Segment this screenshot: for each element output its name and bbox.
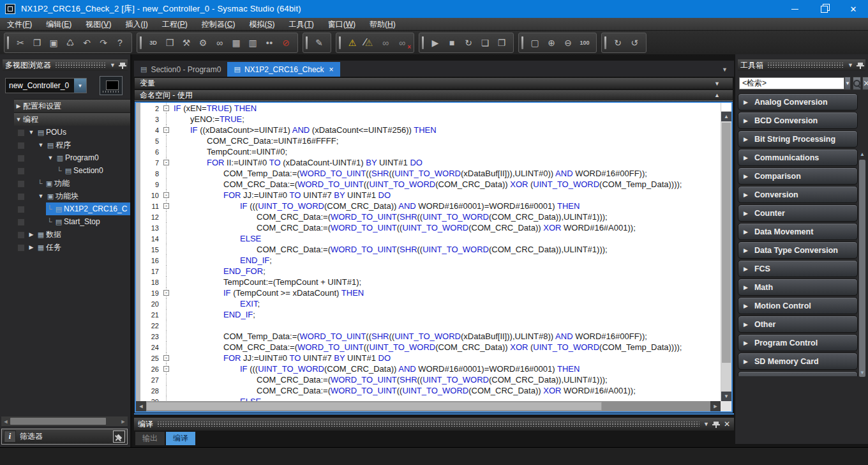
scroll-up-icon[interactable]: ▲ [858,150,866,158]
scrollbar-thumb[interactable] [722,123,731,363]
controller-select[interactable]: new_Controller_0 ▼ [5,78,87,93]
scroll-left-icon[interactable]: ◄ [136,401,146,411]
watch-remove-icon[interactable]: ∞× [394,35,410,50]
bottom-tab-build[interactable]: 编译 [166,432,195,445]
tree-item-programs[interactable]: ▼▤程序 [0,139,130,151]
tree-item-start-stop[interactable]: └▤Start_Stop [0,215,130,228]
code-line[interactable]: 17END_FOR; [140,266,721,277]
undo-icon[interactable]: ↶ [79,35,95,50]
toolbox-category-bit-string-processing[interactable]: ▶Bit String Processing [738,130,858,148]
monitor-window-icon[interactable]: ❏ [477,35,493,50]
paste-icon[interactable]: ▣ [45,35,62,50]
menu-item-edit[interactable]: 编辑(E) [39,18,79,31]
explorer-collapse-icon[interactable]: ▼ [110,62,116,68]
code-line[interactable]: 16END_IF; [140,255,721,266]
search-binoculars-icon[interactable]: ●● [261,35,278,50]
watch-table-icon[interactable]: ▦ [228,35,244,50]
restart-run-icon[interactable]: ↻ [610,35,626,50]
scroll-left-icon[interactable]: ◄ [1,418,10,425]
restore-button[interactable] [809,0,839,18]
delete-icon[interactable]: ♺ [62,35,79,50]
code-line[interactable]: 28COM_CRC_Data:=(WORD_TO_UINT((UINT_TO_W… [140,385,721,396]
code-line[interactable]: 13COM_CRC_Data:=(WORD_TO_UINT((UINT_TO_W… [140,222,721,233]
tree-item-pous[interactable]: ▼▤POUs [0,126,130,139]
expand-arrow-icon[interactable]: ▼ [46,155,55,161]
menu-item-simulation[interactable]: 模拟(S) [242,18,281,31]
expand-arrow-icon[interactable]: ▼ [14,116,23,123]
zoom-fit-icon[interactable]: ▢ [527,35,543,50]
tree-item-tasks[interactable]: ▶▦任务 [0,241,130,254]
code-line[interactable]: 10-FOR JJ:=UINT#0 TO UINT#7 BY UINT#1 DO [140,190,721,201]
monitor-window-2-icon[interactable]: ❐ [493,35,510,50]
st-edit-tool-icon[interactable]: ✎ [311,35,327,50]
toolbox-category-data-movement[interactable]: ▶Data Movement [738,223,858,240]
toolbox-category-communications[interactable]: ▶Communications [738,149,858,166]
expand-arrow-icon[interactable]: ▼ [36,193,45,199]
synchronize-icon[interactable]: ↻ [460,35,477,50]
toolbox-category-math[interactable]: ▶Math [738,278,858,296]
explorer-pin-icon[interactable] [120,63,125,65]
expand-arrow-icon[interactable]: ▶ [27,244,36,250]
namespace-bar[interactable]: 命名空间 - 使用 ▲ [135,89,733,101]
code-line[interactable]: 29ELSE [140,396,721,401]
toolbox-category-bcd-conversion[interactable]: ▶BCD Conversion [738,112,858,129]
scroll-right-icon[interactable]: ► [119,418,128,425]
build-check-off-icon[interactable]: ⚠ [361,35,377,50]
code-line[interactable]: 14ELSE [140,233,721,244]
zoom-in-icon[interactable]: ⊕ [543,35,560,50]
expand-arrow-icon[interactable]: ▶ [14,103,23,109]
search-clear-button[interactable]: ✕ [862,77,868,90]
scroll-up-icon[interactable]: ▲ [721,112,731,121]
build-close-icon[interactable]: ✕ [724,420,730,429]
toolbox-category-fcs[interactable]: ▶FCS [738,260,858,277]
toolbox-category-sd-memory-card[interactable]: ▶SD Memory Card [738,353,858,370]
scrollbar-thumb[interactable] [146,402,602,411]
tab-close-icon[interactable]: × [329,65,334,74]
code-line[interactable]: 11-IF (((UINT_TO_WORD(COM_CRC_Data)) AND… [140,201,721,211]
code-line[interactable]: 22 [140,320,721,331]
menu-item-window[interactable]: 窗口(W) [321,18,363,31]
tree-item-data[interactable]: ▶▦数据 [0,228,130,241]
expand-up-icon[interactable]: ▲ [714,92,720,98]
minimize-button[interactable] [780,0,809,18]
toolbox-category-selection[interactable]: ▶Selection [738,371,858,376]
search-button[interactable] [853,77,861,90]
controller-dropdown-icon[interactable]: ▼ [74,79,86,93]
cut-icon[interactable]: ✂ [12,35,29,50]
code-line[interactable]: 3yENO:=TRUE; [140,114,721,125]
code-line[interactable]: 8COM_Temp_Data:=(WORD_TO_UINT((SHR((UINT… [140,168,721,179]
toolbox-pin-icon[interactable] [858,63,863,65]
search-dropdown-icon[interactable]: ▼ [844,77,851,90]
menu-item-controller[interactable]: 控制器(C) [195,18,243,31]
code-line[interactable]: 2-IF (xEN=TRUE) THEN [140,103,721,114]
copy-icon[interactable]: ❐ [29,35,45,50]
code-line[interactable]: 9COM_CRC_Data:=(WORD_TO_UINT((UINT_TO_WO… [140,179,721,190]
code-line[interactable]: 7-FOR II:=UINT#0 TO (xDataCount-UINT#1) … [140,157,721,168]
menu-item-tools[interactable]: 工具(T) [281,18,320,31]
tree-item-config-settings[interactable]: ▶配置和设置 [14,99,130,112]
tree-item-program0[interactable]: ▼▥Program0 [0,151,130,164]
menu-item-help[interactable]: 帮助(H) [363,18,403,31]
scroll-down-icon[interactable]: ▼ [721,392,731,401]
code-line[interactable]: 5COM_CRC_Data:=UINT#16#FFFF; [140,135,721,146]
menu-item-insert[interactable]: 插入(I) [118,18,154,31]
explorer-horizontal-scrollbar[interactable]: ◄ ► [1,416,128,426]
toolbox-search-input[interactable] [739,77,844,89]
expand-arrow-icon[interactable]: ▶ [27,231,36,238]
online-run-icon[interactable]: ▶ [427,35,444,50]
toolbox-category-comparison[interactable]: ▶Comparison [738,167,858,185]
io-map-icon[interactable]: ▥ [244,35,261,50]
code-text-area[interactable]: 2-IF (xEN=TRUE) THEN3yENO:=TRUE;4-IF ((x… [140,103,721,401]
code-line[interactable]: 26-IF (((UINT_TO_WORD(COM_CRC_Data)) AND… [140,363,721,374]
code-line[interactable]: 19-IF (TempCount >= xDataCount) THEN [140,287,721,298]
tree-item-section0[interactable]: └▤Section0 [0,164,130,177]
code-line[interactable]: 6TempCount:=UINT#0; [140,146,721,157]
toolbox-category-conversion[interactable]: ▶Conversion [738,186,858,203]
tab-nx1p2-crc16-check[interactable]: ▤ NX1P2_CRC16_Check × [227,62,340,77]
tab-list-dropdown-icon[interactable]: ▼ [722,66,728,73]
editor-horizontal-scrollbar[interactable]: ◄ ► [136,401,721,411]
tree-item-functions[interactable]: └▣功能 [0,177,130,190]
editor-vertical-scrollbar[interactable]: ▲ ▼ [721,103,731,401]
scroll-down-icon[interactable]: ▼ [858,369,866,377]
close-button[interactable]: ✕ [839,0,868,18]
